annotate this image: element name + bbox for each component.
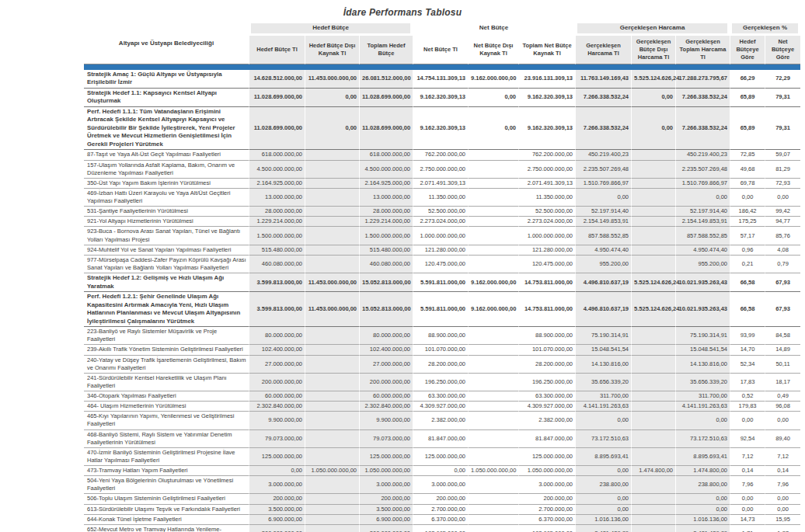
cell [305, 207, 359, 217]
cell [305, 525, 359, 532]
column-header: Hedef Bütçe Dışı Kaynak Tl [305, 36, 359, 64]
cell: 1.510.769.866,97 [675, 179, 730, 189]
cell: 450.219.400,23 [575, 150, 631, 160]
row-label: 531-Şantiye Faaliyetlerinin Yürütülmesi [84, 207, 249, 217]
cell: 125.000.000,00 [359, 448, 413, 466]
cell: 515.480.000,00 [249, 245, 305, 256]
cell [305, 356, 359, 374]
cell [631, 227, 675, 245]
cell: 15.052.813.000,00 [359, 292, 413, 327]
cell: 3.599.813.000,00 [249, 292, 305, 327]
table-row: 87-Taşıt ve Yaya Alt-Üst Geçit Yapılması… [84, 150, 800, 160]
cell [631, 217, 675, 227]
cell: 88.900.000,00 [518, 327, 575, 345]
cell: 2.273.024.000,00 [518, 217, 575, 227]
cell: 0,00 [730, 505, 765, 515]
cell: 11.028.699.000,00 [359, 107, 413, 151]
cell [305, 327, 359, 345]
cell [631, 476, 675, 494]
row-label: 465-Kıyı Yapılarının Yapımı, Yenilenmesi… [84, 412, 249, 429]
cell: 311.700,00 [575, 391, 631, 402]
cell: 2.382.000,00 [413, 412, 468, 429]
cell [468, 505, 518, 515]
cell: 0,00 [575, 412, 631, 429]
cell: 5.525.124.626,24 [631, 70, 675, 89]
cell: 4.950.474,40 [675, 245, 730, 256]
row-label: 346-Otopark Yapılması Faaliyetleri [84, 391, 249, 402]
report-page: İdare Performans Tablosu Altyapı ve Üsty… [0, 0, 805, 532]
cell: 311.700,00 [675, 391, 730, 402]
cell: 0,00 [730, 412, 765, 429]
table-row: 923-Buca - Bornova Arası Sanat Yapıları,… [84, 227, 800, 245]
cell: 11.028.699.000,00 [359, 89, 413, 107]
cell [305, 189, 359, 207]
cell [305, 391, 359, 402]
cell [631, 430, 675, 448]
cell: 125.000.000,00 [518, 448, 575, 466]
cell: 13.000.000,00 [249, 189, 305, 207]
cell: 4.496.810.637,19 [575, 292, 631, 327]
cell: 2.700.000,00 [413, 505, 468, 515]
cell: 11.453.000.000,00 [305, 70, 359, 89]
cell: 0,00 [631, 89, 675, 107]
cell: 2.071.491.309,13 [413, 179, 468, 189]
row-label: 87-Taşıt ve Yaya Alt-Üst Geçit Yapılması… [84, 150, 249, 160]
cell: 8.895.693,41 [675, 448, 730, 466]
table-row: 921-Yol Altyapı Hizmetlerinin Yürütülmes… [84, 217, 800, 227]
column-header: Gerçekleşen Toplam Harcama Tl [675, 36, 730, 64]
cell: 0,00 [675, 494, 730, 504]
cell: 121.280.000,00 [413, 245, 468, 256]
cell: 3.421.439,89 [675, 525, 730, 532]
cell: 49,68 [730, 161, 765, 179]
cell: 0,00 [730, 494, 765, 504]
cell [468, 356, 518, 374]
table-row: 223-Banliyö ve Raylı Sistemler Müşavirli… [84, 327, 800, 345]
cell: 2.382.000,00 [518, 412, 575, 429]
cell [468, 402, 518, 412]
row-label: 506-Toplu Ulaşım Sisteminin Geliştirilme… [84, 494, 249, 504]
cell [305, 256, 359, 273]
cell [468, 227, 518, 245]
cell: 515.480.000,00 [359, 245, 413, 256]
cell [305, 227, 359, 245]
cell [468, 476, 518, 494]
cell: 35.656.339,20 [575, 374, 631, 391]
cell: 14.628.512.000,00 [249, 70, 305, 89]
cell: 99,42 [765, 207, 800, 217]
row-header: Altyapı ve Üstyapı Belediyeciliği [84, 23, 249, 64]
table-row: Stratejik Hedef 1.2: Gelişmiş ve Hızlı U… [84, 273, 800, 292]
column-group-3: Gerçekleşen % [730, 23, 800, 36]
cell: 2.164.925.000,00 [359, 179, 413, 189]
cell: 1.474.800,00 [675, 466, 730, 476]
cell: 3.000.000,00 [518, 476, 575, 494]
cell [468, 161, 518, 179]
cell: 4,08 [765, 245, 800, 256]
cell: 52.197.914,40 [575, 207, 631, 217]
cell: 75.190.314,91 [575, 327, 631, 345]
row-label: Stratejik Amaç 1: Güçlü Altyapı ve Üstya… [84, 70, 249, 89]
cell: 3.500.000,00 [249, 505, 305, 515]
cell [631, 356, 675, 374]
column-group-1: Net Bütçe [413, 23, 575, 36]
cell: 15.052.813.000,00 [359, 273, 413, 292]
cell: 450.219.400,23 [675, 150, 730, 160]
cell: 0,14 [765, 466, 800, 476]
cell: 11.453.000.000,00 [305, 292, 359, 327]
cell: 14.130.816,00 [575, 356, 631, 374]
table-row: 977-Mürselpaşa Caddesi-Zafer Payzın Köpr… [84, 256, 800, 273]
cell: 11.453.000.000,00 [305, 273, 359, 292]
table-row: 464- Ulaşım Hizmetlerinin Yürütülmesi2.3… [84, 402, 800, 412]
cell: 125.000.000,00 [413, 448, 468, 466]
table-row: 613-Sürdürülebilir Ulaşımı Teşvik ve Far… [84, 505, 800, 515]
column-header: Toplam Net Bütçe Kaynak Tl [518, 36, 575, 64]
cell: 2.235.507.269,48 [675, 161, 730, 179]
cell: 81.847.000,00 [518, 430, 575, 448]
cell: 2.302.840.000,00 [249, 402, 305, 412]
cell: 0,00 [575, 494, 631, 504]
cell: 0,00 [675, 505, 730, 515]
cell: 2.154.149.853,91 [675, 217, 730, 227]
cell: 9.162.000.000,00 [468, 273, 518, 292]
cell: 7,96 [730, 476, 765, 494]
cell: 0,00 [468, 107, 518, 151]
cell: 35.656.339,20 [675, 374, 730, 391]
